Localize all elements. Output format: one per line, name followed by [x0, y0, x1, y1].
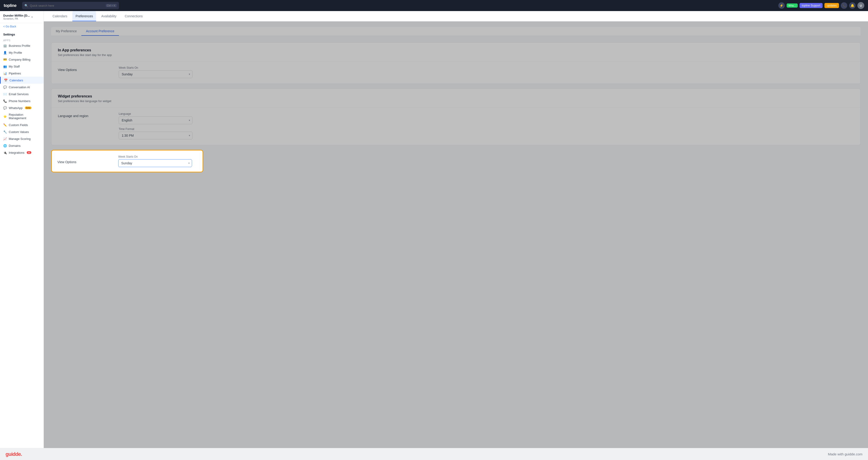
widget-title: Widget preferences [58, 94, 854, 98]
updates-button[interactable]: updates [825, 3, 839, 8]
time-format-field: Time Format 1:30 PM 13:30 [119, 127, 192, 140]
phone-icon: 📞 [3, 99, 7, 103]
search-bar[interactable]: 🔍 Ctrl + K [22, 2, 119, 9]
sidebar-item-label: WhatsApp [9, 106, 23, 110]
go-back-link[interactable]: < Go Back [0, 23, 43, 30]
sidebar-item-label: Integrations [9, 151, 25, 154]
star-icon: ⭐ [3, 115, 7, 118]
view-options-label: View Options [58, 66, 113, 72]
top-navigation: topline 🔍 Ctrl + K ⚡ Wha... topline Supp… [0, 0, 868, 11]
highlight-form-row: View Options Week Starts On Sunday Monda… [57, 155, 197, 167]
language-region-label: Language and region [58, 112, 113, 118]
sub-tabs: My Preference Account Preference [51, 27, 861, 36]
sidebar-item-my-profile[interactable]: 👤 My Profile [0, 49, 43, 56]
user-avatar[interactable]: U [858, 2, 864, 9]
widget-form-row: Language and region Language English Spa… [58, 112, 854, 140]
sidebar-item-reputation-management[interactable]: ⭐ Reputation Management [0, 111, 43, 121]
building-icon: 🏢 [3, 44, 7, 48]
tab-preferences[interactable]: Preferences [72, 11, 96, 21]
globe-icon: 🌐 [3, 144, 7, 148]
week-starts-on-field: Week Starts On Sunday Monday Tuesday [119, 66, 192, 78]
sidebar-item-whatsapp[interactable]: 💬 WhatsApp beta [0, 104, 43, 111]
lightning-icon[interactable]: ⚡ [778, 2, 785, 9]
whatsapp-button[interactable]: Wha... [787, 3, 798, 8]
sidebar-item-my-staff[interactable]: 👥 My Staff [0, 63, 43, 70]
widget-preferences-section: Widget preferences Set preferences like … [51, 89, 861, 145]
sidebar-item-email-services[interactable]: ✉️ Email Services [0, 91, 43, 97]
workspace-name: Dunder Mifflin [D... [3, 14, 30, 17]
sub-tab-my-preference[interactable]: My Preference [51, 27, 81, 36]
sidebar-item-pipelines[interactable]: 📊 Pipelines [0, 70, 43, 77]
sidebar-item-label: Custom Values [9, 130, 29, 134]
highlight-week-label: Week Starts On [118, 155, 192, 158]
language-select-wrapper: English Spanish French [119, 116, 192, 124]
tab-calendars[interactable]: Calendars [49, 11, 70, 21]
in-app-title: In App preferences [58, 48, 854, 52]
sidebar-item-label: Conversation AI [9, 86, 30, 89]
trending-icon: 📈 [3, 137, 7, 141]
language-label: Language [119, 112, 192, 116]
main-content: Calendars Preferences Availability Conne… [44, 11, 868, 448]
topnav-actions: ⚡ Wha... topline Support updates 📞 🔔 U [778, 2, 864, 9]
time-format-select[interactable]: 1:30 PM 13:30 [119, 131, 192, 140]
sidebar-item-label: Email Services [9, 92, 29, 96]
plug-icon: 🔌 [3, 151, 7, 154]
sidebar-item-integrations[interactable]: 🔌 Integrations 21 [0, 149, 43, 156]
search-input[interactable] [30, 4, 104, 7]
language-multi-field: Language English Spanish French [119, 112, 192, 140]
phone-icon[interactable]: 📞 [841, 2, 847, 9]
tab-availability[interactable]: Availability [98, 11, 120, 21]
highlight-select-wrapper: Sunday Monday Tuesday [118, 159, 192, 167]
sidebar-item-custom-values[interactable]: 🔧 Custom Values [0, 128, 43, 135]
in-app-preferences-section: In App preferences Set preferences like … [51, 42, 861, 84]
whatsapp-beta-badge: beta [25, 106, 32, 109]
sidebar-item-phone-numbers[interactable]: 📞 Phone Numbers [0, 97, 43, 104]
sidebar-item-manage-scoring[interactable]: 📈 Manage Scoring [0, 135, 43, 142]
week-starts-on-select[interactable]: Sunday Monday Tuesday [119, 70, 192, 78]
in-app-subtitle: Set preferences like start day for the a… [58, 53, 854, 57]
workspace-selector[interactable]: Dunder Mifflin [D... Scranton, PA ▾ [0, 11, 43, 23]
bell-icon[interactable]: 🔔 [849, 2, 856, 9]
highlight-week-select[interactable]: Sunday Monday Tuesday [118, 159, 192, 167]
sidebar-item-label: My Profile [9, 51, 22, 54]
search-icon: 🔍 [25, 4, 28, 7]
sidebar: Dunder Mifflin [D... Scranton, PA ▾ < Go… [0, 11, 44, 448]
sidebar-item-business-profile[interactable]: 🏢 Business Profile [0, 42, 43, 49]
settings-label: Settings [0, 30, 43, 37]
workspace-location: Scranton, PA [3, 17, 30, 20]
sidebar-item-label: Custom Fields [9, 123, 28, 127]
language-fields: Language English Spanish French [119, 112, 192, 140]
person-icon: 👤 [3, 51, 7, 54]
support-button[interactable]: topline Support [800, 3, 823, 8]
app-logo: topline [4, 3, 17, 8]
bottom-bar: guidde. Made with guidde.com [0, 448, 868, 460]
sub-tab-account-preference[interactable]: Account Preference [81, 27, 119, 36]
integrations-count-badge: 21 [27, 151, 31, 154]
week-starts-on-select-wrapper: Sunday Monday Tuesday [119, 70, 192, 78]
highlight-arrow [863, 152, 868, 172]
sidebar-item-label: My Staff [9, 65, 20, 68]
chart-icon: 📊 [3, 71, 7, 75]
language-field: Language English Spanish French [119, 112, 192, 124]
chevron-down-icon: ▾ [31, 16, 33, 19]
content-area: My Preference Account Preference In App … [44, 22, 868, 448]
sidebar-item-conversation-ai[interactable]: 💬 Conversation AI [0, 84, 43, 91]
time-format-select-wrapper: 1:30 PM 13:30 [119, 131, 192, 140]
language-select[interactable]: English Spanish French [119, 116, 192, 124]
sidebar-item-label: Reputation Management [9, 113, 40, 120]
time-format-label: Time Format [119, 127, 192, 131]
main-tabs-bar: Calendars Preferences Availability Conne… [44, 11, 868, 22]
sidebar-item-domains[interactable]: 🌐 Domains [0, 142, 43, 149]
week-starts-on-label: Week Starts On [119, 66, 192, 69]
guidde-logo: guidde. [5, 451, 22, 457]
sidebar-item-calendars[interactable]: 📅 Calendars [0, 77, 43, 84]
highlight-week-field: Week Starts On Sunday Monday Tuesday [118, 155, 192, 167]
sidebar-item-custom-fields[interactable]: ✏️ Custom Fields [0, 121, 43, 128]
apps-group-label: Apps [0, 37, 43, 42]
edit-icon: ✏️ [3, 123, 7, 127]
sidebar-item-company-billing[interactable]: 💳 Company Billing [0, 56, 43, 63]
wrench-icon: 🔧 [3, 130, 7, 134]
sidebar-item-label: Calendars [9, 79, 23, 82]
tab-connections[interactable]: Connections [121, 11, 146, 21]
widget-subtitle: Set preferences like language for widget [58, 99, 854, 103]
